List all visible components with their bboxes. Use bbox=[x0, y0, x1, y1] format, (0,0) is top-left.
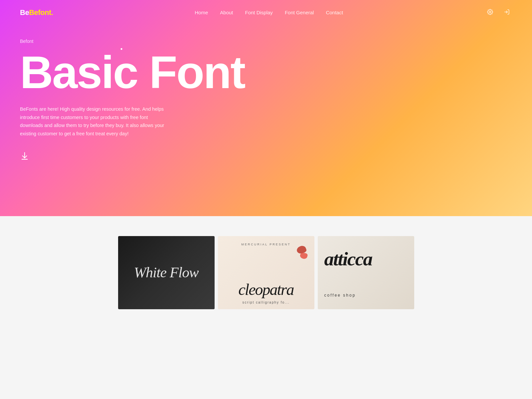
nav-link-about[interactable]: About bbox=[220, 10, 233, 15]
card3-background: atticca coffee shop bbox=[318, 236, 414, 309]
nav-item-font-display[interactable]: Font Display bbox=[245, 10, 273, 16]
cards-container: White Flow MERCURIAL PRESENT cleopatra s… bbox=[0, 236, 532, 309]
nav-link-contact[interactable]: Contact bbox=[326, 10, 343, 15]
nav-links: Home About Font Display Font General Con… bbox=[195, 10, 343, 16]
card2-decorative-petals bbox=[297, 246, 306, 261]
download-button[interactable] bbox=[20, 151, 29, 161]
logo-befont: Befont bbox=[29, 8, 51, 17]
nav-item-contact[interactable]: Contact bbox=[326, 10, 343, 16]
login-icon bbox=[504, 9, 510, 17]
nav-link-font-general[interactable]: Font General bbox=[285, 10, 314, 15]
card1-background: White Flow bbox=[118, 236, 215, 309]
card3-main-text: atticca bbox=[324, 249, 372, 269]
hero-description: BeFonts are here! High quality design re… bbox=[20, 105, 166, 138]
cards-section: White Flow MERCURIAL PRESENT cleopatra s… bbox=[0, 216, 532, 309]
nav-item-font-general[interactable]: Font General bbox=[285, 10, 314, 16]
settings-icon bbox=[487, 9, 493, 17]
font-card-3[interactable]: atticca coffee shop bbox=[318, 236, 414, 309]
nav-link-font-display[interactable]: Font Display bbox=[245, 10, 273, 15]
logo-dot: . bbox=[51, 8, 53, 17]
settings-button[interactable] bbox=[485, 7, 495, 18]
card3-sub-text: coffee shop bbox=[324, 293, 356, 298]
card2-main-text: cleopatra bbox=[239, 282, 294, 298]
logo-be: Be bbox=[20, 8, 29, 17]
nav-link-home[interactable]: Home bbox=[195, 10, 208, 15]
svg-point-0 bbox=[489, 11, 491, 13]
card2-background: MERCURIAL PRESENT cleopatra script calli… bbox=[218, 236, 314, 309]
nav-item-about[interactable]: About bbox=[220, 10, 233, 16]
font-card-1[interactable]: White Flow bbox=[118, 236, 215, 309]
nav-item-home[interactable]: Home bbox=[195, 10, 208, 16]
font-card-2[interactable]: MERCURIAL PRESENT cleopatra script calli… bbox=[218, 236, 314, 309]
hero-breadcrumb: Befont bbox=[20, 39, 512, 44]
navbar: BeBefont. Home About Font Display Font G… bbox=[0, 0, 532, 25]
card2-top-label: MERCURIAL PRESENT bbox=[218, 243, 314, 246]
card2-sub-text: script calligraphy fo... bbox=[218, 301, 314, 304]
card1-main-text: White Flow bbox=[134, 265, 198, 281]
login-button[interactable] bbox=[501, 7, 512, 18]
hero-title: Basic Font bbox=[20, 49, 512, 95]
download-icon bbox=[20, 151, 29, 161]
hero-content: Befont Basic Font BeFonts are here! High… bbox=[0, 25, 532, 187]
logo[interactable]: BeBefont. bbox=[20, 8, 53, 17]
hero-section: BeBefont. Home About Font Display Font G… bbox=[0, 0, 532, 216]
nav-icon-group bbox=[485, 7, 512, 18]
